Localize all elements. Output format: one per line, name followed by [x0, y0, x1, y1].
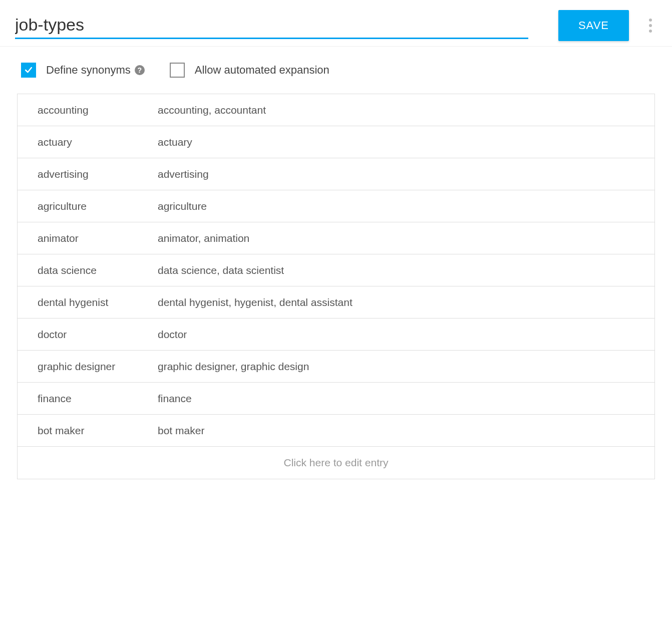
help-icon[interactable]: ? [135, 65, 145, 75]
entries-table: accountingaccounting, accountantactuarya… [17, 94, 655, 479]
entry-key[interactable]: accounting [18, 95, 158, 125]
more-options-button[interactable] [644, 14, 657, 38]
table-row[interactable]: actuaryactuary [18, 126, 654, 158]
table-row[interactable]: data sciencedata science, data scientist [18, 254, 654, 286]
table-row[interactable]: dental hygenistdental hygenist, hygenist… [18, 286, 654, 319]
more-vertical-icon [649, 30, 652, 33]
entry-synonyms[interactable]: accounting, accountant [158, 95, 654, 125]
table-row[interactable]: advertisingadvertising [18, 158, 654, 190]
entry-synonyms[interactable]: doctor [158, 320, 654, 350]
table-row[interactable]: graphic designergraphic designer, graphi… [18, 351, 654, 383]
add-entry-row[interactable]: Click here to edit entry [18, 447, 654, 479]
entry-key[interactable]: doctor [18, 320, 158, 350]
entry-synonyms[interactable]: finance [158, 384, 654, 414]
table-row[interactable]: bot makerbot maker [18, 415, 654, 447]
table-row[interactable]: financefinance [18, 383, 654, 415]
entry-synonyms[interactable]: bot maker [158, 416, 654, 446]
more-vertical-icon [649, 19, 652, 22]
entry-key[interactable]: advertising [18, 159, 158, 189]
save-button[interactable]: SAVE [558, 10, 629, 41]
entry-synonyms[interactable]: graphic designer, graphic design [158, 352, 654, 382]
entry-key[interactable]: animator [18, 223, 158, 253]
table-row[interactable]: agricultureagriculture [18, 190, 654, 222]
entry-synonyms[interactable]: data science, data scientist [158, 255, 654, 285]
entry-key[interactable]: finance [18, 384, 158, 414]
entry-key[interactable]: agriculture [18, 191, 158, 221]
entry-key[interactable]: bot maker [18, 416, 158, 446]
entry-synonyms[interactable]: advertising [158, 159, 654, 189]
more-vertical-icon [649, 24, 652, 27]
entry-key[interactable]: graphic designer [18, 352, 158, 382]
entity-name-input[interactable] [15, 12, 528, 39]
entry-key[interactable]: actuary [18, 127, 158, 157]
entry-synonyms[interactable]: actuary [158, 127, 654, 157]
header-bar: SAVE [0, 0, 672, 47]
title-field-wrap [15, 12, 528, 39]
define-synonyms-checkbox[interactable] [21, 63, 36, 78]
table-row[interactable]: doctordoctor [18, 319, 654, 351]
define-synonyms-label: Define synonyms ? [46, 64, 145, 77]
check-icon [24, 65, 34, 75]
allow-automated-expansion-label: Allow automated expansion [195, 64, 329, 77]
entry-synonyms[interactable]: agriculture [158, 191, 654, 221]
options-row: Define synonyms ? Allow automated expans… [0, 47, 672, 94]
table-row[interactable]: animatoranimator, animation [18, 222, 654, 254]
entry-synonyms[interactable]: animator, animation [158, 223, 654, 253]
define-synonyms-text: Define synonyms [46, 64, 131, 77]
entry-synonyms[interactable]: dental hygenist, hygenist, dental assist… [158, 287, 654, 318]
entry-key[interactable]: data science [18, 255, 158, 285]
entry-key[interactable]: dental hygenist [18, 287, 158, 318]
allow-automated-expansion-checkbox[interactable] [170, 63, 185, 78]
table-row[interactable]: accountingaccounting, accountant [18, 94, 654, 126]
